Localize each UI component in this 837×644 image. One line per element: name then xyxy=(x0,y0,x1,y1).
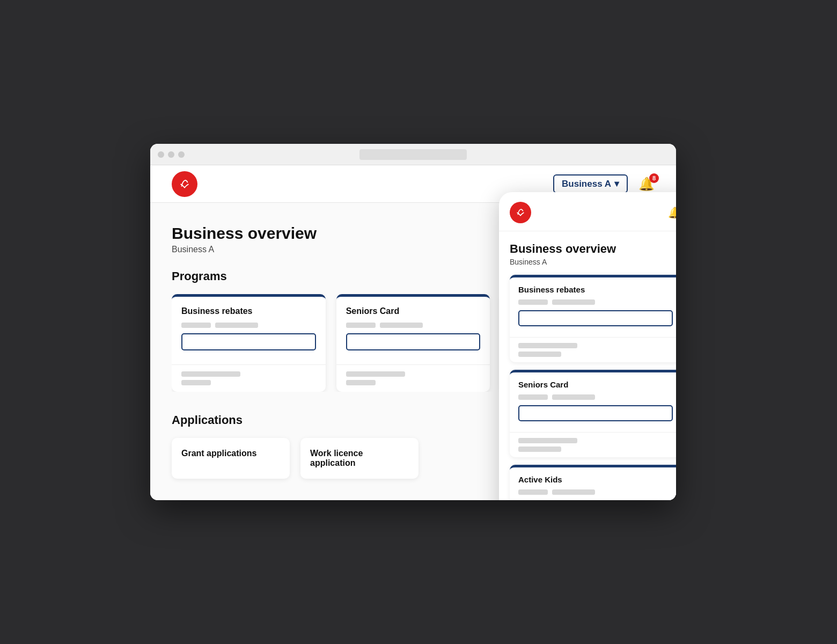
app-card-work-licence[interactable]: Work licence application xyxy=(300,438,418,479)
skeleton-row xyxy=(181,323,316,328)
skeleton-text xyxy=(181,371,240,377)
skeleton-text xyxy=(518,394,548,400)
mobile-business-name: Business A xyxy=(510,258,676,266)
mobile-card-seniors-card[interactable]: Seniors Card xyxy=(510,370,676,457)
skeleton-text xyxy=(552,394,595,400)
mobile-overlay: 🔔 8 Business overview Business A Busines… xyxy=(499,192,676,500)
skeleton-row xyxy=(518,489,673,495)
logo-icon xyxy=(177,177,192,192)
browser-addressbar[interactable] xyxy=(359,149,467,160)
notification-badge: 8 xyxy=(649,173,659,183)
business-selector[interactable]: Business A ▾ xyxy=(553,174,628,193)
skeleton-text xyxy=(518,438,577,443)
skeleton-text xyxy=(380,323,423,328)
card-title-seniors-card: Seniors Card xyxy=(346,306,481,316)
logo xyxy=(172,171,197,197)
mobile-card-input-field[interactable] xyxy=(518,310,673,326)
skeleton-text xyxy=(552,299,595,305)
page-wrapper: Business A ▾ 🔔 8 Business overview Busin… xyxy=(118,112,719,532)
notification-bell[interactable]: 🔔 8 xyxy=(638,177,655,192)
mobile-card-footer-seniors xyxy=(510,432,676,457)
app-card-title-grant: Grant applications xyxy=(181,449,280,458)
header-right: Business A ▾ 🔔 8 xyxy=(553,174,655,193)
program-card-business-rebates[interactable]: Business rebates xyxy=(172,294,326,392)
mobile-card-footer xyxy=(510,337,676,362)
browser-titlebar xyxy=(150,144,676,165)
app-card-title-work-licence: Work licence application xyxy=(310,449,409,468)
business-selector-label: Business A xyxy=(562,179,611,189)
skeleton-text xyxy=(181,323,211,328)
footer-skeleton xyxy=(346,371,481,385)
card-input-field[interactable] xyxy=(346,333,481,350)
mobile-card-input-field[interactable] xyxy=(518,405,673,421)
browser-dot-close[interactable] xyxy=(158,151,164,158)
skeleton-text xyxy=(181,380,211,385)
mobile-page-title: Business overview xyxy=(510,242,676,256)
mobile-card-business-rebates[interactable]: Business rebates xyxy=(510,275,676,362)
mobile-logo xyxy=(510,202,531,223)
skeleton-text xyxy=(552,489,595,495)
mobile-content: Business overview Business A Business re… xyxy=(499,231,676,500)
card-title-business-rebates: Business rebates xyxy=(181,306,316,316)
mobile-header: 🔔 8 xyxy=(499,192,676,231)
card-input-field[interactable] xyxy=(181,333,316,350)
skeleton-text xyxy=(346,380,376,385)
skeleton-text xyxy=(518,352,561,357)
skeleton-text xyxy=(518,343,577,348)
card-footer xyxy=(336,364,490,392)
mobile-card-title-seniors-card: Seniors Card xyxy=(518,380,673,389)
mobile-card-title-business-rebates: Business rebates xyxy=(518,285,673,294)
skeleton-text xyxy=(518,447,561,452)
mobile-card-active-kids[interactable]: Active Kids xyxy=(510,465,676,500)
browser-dot-minimize[interactable] xyxy=(168,151,174,158)
skeleton-text xyxy=(518,489,548,495)
mobile-bell-icon: 🔔 xyxy=(668,207,676,218)
mobile-logo-icon xyxy=(514,206,527,219)
app-card-grant-applications[interactable]: Grant applications xyxy=(172,438,290,479)
svg-point-0 xyxy=(178,177,191,190)
browser-window: Business A ▾ 🔔 8 Business overview Busin… xyxy=(150,144,676,500)
program-card-seniors-card[interactable]: Seniors Card xyxy=(336,294,490,392)
browser-dot-maximize[interactable] xyxy=(178,151,185,158)
browser-traffic-lights xyxy=(158,151,185,158)
chevron-down-icon: ▾ xyxy=(614,178,619,189)
skeleton-text xyxy=(346,323,376,328)
skeleton-row xyxy=(346,323,481,328)
skeleton-text xyxy=(518,299,548,305)
card-footer xyxy=(172,364,326,392)
mobile-notification-bell[interactable]: 🔔 8 xyxy=(668,206,676,219)
skeleton-text xyxy=(346,371,405,377)
footer-skeleton xyxy=(181,371,316,385)
skeleton-text xyxy=(215,323,258,328)
skeleton-row xyxy=(518,394,673,400)
desktop-content: Business overview Business A Programs Bu… xyxy=(150,203,676,500)
mobile-card-title-active-kids: Active Kids xyxy=(518,475,673,484)
skeleton-row xyxy=(518,299,673,305)
